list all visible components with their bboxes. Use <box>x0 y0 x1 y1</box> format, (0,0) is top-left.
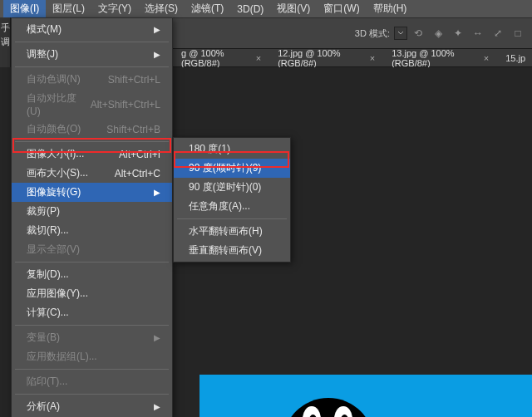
menu-item: 陷印(T)... <box>12 372 172 391</box>
menu-l[interactable]: 图层(L) <box>46 0 91 17</box>
3d-mode-dropdown[interactable] <box>394 27 407 40</box>
menu-item[interactable]: 图像大小(I)...Alt+Ctrl+I <box>12 145 172 164</box>
menu-separator <box>15 66 169 67</box>
submenu-item[interactable]: 90 度(逆时针)(0) <box>174 178 290 197</box>
menu-item-label: 自动色调(N) <box>27 72 81 86</box>
menu-item-label: 画布大小(S)... <box>27 166 88 180</box>
menu-item-label: 应用图像(Y)... <box>27 287 88 301</box>
tab-label: 13.jpg @ 100%(RGB/8#) <box>392 48 479 68</box>
3d-tool-2[interactable]: ◈ <box>429 24 447 42</box>
menu-item-shortcut: Shift+Ctrl+B <box>106 124 160 135</box>
menu-separator <box>15 394 169 395</box>
menu-item-label: 计算(C)... <box>27 306 69 320</box>
3d-tool-5[interactable]: ⤢ <box>489 24 507 42</box>
menu-item-label: 图像大小(I)... <box>27 147 84 161</box>
menu-t[interactable]: 滤镜(T) <box>185 0 230 17</box>
menu-item-label: 变量(B) <box>27 331 60 345</box>
menu-h[interactable]: 帮助(H) <box>367 0 414 17</box>
menu-item-label: 裁剪(P) <box>27 204 60 218</box>
menu-item-shortcut: Shift+Ctrl+L <box>108 74 160 86</box>
menu-item[interactable]: 应用图像(Y)... <box>12 284 172 303</box>
image-menu: 模式(M)▶调整(J)▶自动色调(N)Shift+Ctrl+L自动对比度(U)A… <box>11 17 173 417</box>
image-rotation-submenu: 180 度(1)90 度(顺时针)(9)90 度(逆时针)(0)任意角度(A).… <box>173 137 291 262</box>
tool-hint-1: 手 <box>1 22 10 34</box>
document-tab-0[interactable]: g @ 100%(RGB/8#)× <box>175 49 268 67</box>
menu-v[interactable]: 视图(V) <box>270 0 317 17</box>
chevron-right-icon: ▶ <box>154 25 160 34</box>
menu-item[interactable]: 复制(D)... <box>12 265 172 284</box>
chevron-right-icon: ▶ <box>154 333 160 342</box>
menu-separator <box>15 325 169 326</box>
3d-tool-1[interactable]: ⟲ <box>409 24 427 42</box>
submenu-item[interactable]: 90 度(顺时针)(9) <box>174 159 290 178</box>
menu-item[interactable]: 画布大小(S)...Alt+Ctrl+C <box>12 164 172 183</box>
chevron-right-icon: ▶ <box>154 402 160 411</box>
menu-separator <box>15 141 169 142</box>
menu-item: 自动对比度(U)Alt+Shift+Ctrl+L <box>12 89 172 120</box>
menu-item-shortcut: Alt+Ctrl+C <box>115 168 160 179</box>
penguin-graphic <box>266 381 391 417</box>
3d-tool-4[interactable]: ↔ <box>469 24 487 42</box>
document-tab-3[interactable]: 15.jp <box>499 49 532 67</box>
menu-item: 自动颜色(O)Shift+Ctrl+B <box>12 120 172 139</box>
document-tab-1[interactable]: 12.jpg @ 100%(RGB/8#)× <box>271 49 382 67</box>
menu-item: 变量(B)▶ <box>12 328 172 347</box>
close-icon[interactable]: × <box>484 53 489 63</box>
menu-item-label: 模式(M) <box>27 22 62 37</box>
3d-mode-label: 3D 模式: <box>355 27 390 40</box>
menu-item: 应用数据组(L)... <box>12 347 172 366</box>
menu-w[interactable]: 窗口(W) <box>317 0 366 17</box>
menu-item-label: 复制(D)... <box>27 267 69 282</box>
menu-item[interactable]: 裁切(R)... <box>12 221 172 240</box>
chevron-right-icon: ▶ <box>154 50 160 59</box>
menu-item[interactable]: 计算(C)... <box>12 303 172 322</box>
tab-label: g @ 100%(RGB/8#) <box>181 48 251 68</box>
submenu-item[interactable]: 180 度(1) <box>174 140 290 159</box>
tool-options-left: 手 调 <box>0 17 11 67</box>
chevron-down-icon <box>397 30 404 37</box>
menu-item[interactable]: 裁剪(P) <box>12 202 172 221</box>
menu-item[interactable]: 模式(M)▶ <box>12 20 172 39</box>
tab-label: 12.jpg @ 100%(RGB/8#) <box>278 48 365 68</box>
menu-item-label: 陷印(T)... <box>27 375 67 389</box>
menu-item[interactable]: 分析(A)▶ <box>12 397 172 416</box>
menu-separator <box>15 42 169 42</box>
menu-y[interactable]: 文字(Y) <box>91 0 138 17</box>
tab-label: 15.jp <box>505 53 525 63</box>
menu-item[interactable]: 调整(J)▶ <box>12 45 172 64</box>
menu-item[interactable]: 图像旋转(G)▶ <box>12 183 172 202</box>
menu-item-label: 自动颜色(O) <box>27 122 81 136</box>
menu-item-label: 调整(J) <box>27 47 58 61</box>
menu-i[interactable]: 图像(I) <box>3 0 46 17</box>
menu-item: 自动色调(N)Shift+Ctrl+L <box>12 70 172 89</box>
document-content: qq如何发 <box>200 375 532 417</box>
tool-hint-2: 调 <box>1 36 10 48</box>
3d-tool-3[interactable]: ✦ <box>449 24 467 42</box>
submenu-item[interactable]: 垂直翻转画布(V) <box>174 241 290 260</box>
menu-separator <box>15 262 169 262</box>
submenu-item[interactable]: 任意角度(A)... <box>174 197 290 216</box>
menu-item-label: 自动对比度(U) <box>27 91 91 117</box>
menu-separator <box>15 369 169 370</box>
menu-item-label: 分析(A) <box>27 400 60 414</box>
chevron-right-icon: ▶ <box>154 188 160 197</box>
menu-dd[interactable]: 3D(D) <box>230 2 270 17</box>
submenu-item[interactable]: 水平翻转画布(H) <box>174 222 290 241</box>
document-tab-2[interactable]: 13.jpg @ 100%(RGB/8#)× <box>385 49 495 67</box>
menu-item: 显示全部(V) <box>12 240 172 259</box>
menu-item-label: 显示全部(V) <box>27 243 80 257</box>
menubar: 图像(I)图层(L)文字(Y)选择(S)滤镜(T)3D(D)视图(V)窗口(W)… <box>0 0 532 17</box>
menu-item-shortcut: Alt+Shift+Ctrl+L <box>91 99 160 110</box>
close-icon[interactable]: × <box>370 53 375 63</box>
close-icon[interactable]: × <box>256 53 261 63</box>
menu-separator <box>177 218 287 219</box>
menu-item-label: 应用数据组(L)... <box>27 350 97 364</box>
menu-item-shortcut: Alt+Ctrl+I <box>119 149 160 160</box>
menu-item-label: 裁切(R)... <box>27 223 69 238</box>
3d-tool-6[interactable]: □ <box>509 24 527 42</box>
menu-s[interactable]: 选择(S) <box>138 0 185 17</box>
menu-item-label: 图像旋转(G) <box>27 185 81 199</box>
